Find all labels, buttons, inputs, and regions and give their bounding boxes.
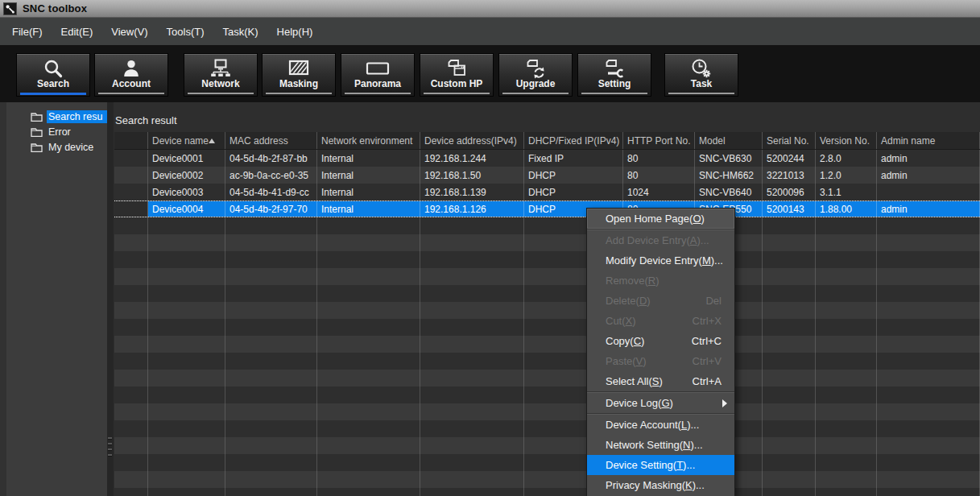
context-menu-item-open-home-page[interactable]: Open Home Page(O) bbox=[587, 209, 734, 229]
table-cell bbox=[225, 386, 317, 403]
table-cell bbox=[317, 454, 420, 471]
table-cell bbox=[114, 184, 148, 200]
context-menu-item-device-setting[interactable]: Device Setting(T)... bbox=[587, 455, 734, 475]
table-filler-row bbox=[114, 336, 980, 353]
table-cell bbox=[420, 234, 524, 251]
column-header-device-name[interactable]: Device name bbox=[148, 132, 225, 149]
context-menu-shortcut: Ctrl+C bbox=[692, 331, 722, 351]
account-button[interactable]: Account bbox=[94, 53, 168, 97]
table-cell bbox=[816, 251, 877, 268]
button-underline bbox=[345, 93, 411, 94]
table-cell bbox=[225, 437, 317, 454]
sidebar-item-error[interactable]: Error bbox=[6, 124, 107, 139]
window-title: SNC toolbox bbox=[23, 2, 87, 14]
table-cell bbox=[816, 488, 877, 496]
table-cell bbox=[225, 251, 317, 268]
table-cell bbox=[877, 285, 980, 302]
column-header-model[interactable]: Model bbox=[695, 132, 763, 149]
table-cell: 1.88.00 bbox=[816, 201, 877, 217]
table-cell bbox=[317, 336, 420, 353]
context-menu-item-copy[interactable]: Copy(C)Ctrl+C bbox=[587, 331, 734, 351]
table-cell bbox=[148, 353, 225, 370]
table-cell bbox=[114, 437, 148, 454]
table-cell bbox=[317, 234, 420, 251]
table-cell bbox=[225, 285, 317, 302]
masking-button[interactable]: Masking bbox=[262, 53, 336, 97]
column-header-serial-no-[interactable]: Serial No. bbox=[763, 132, 816, 149]
context-menu-item-privacy-masking[interactable]: Privacy Masking(K)... bbox=[587, 475, 734, 495]
table-cell: Internal bbox=[317, 184, 420, 200]
splitter-grip-dot bbox=[108, 454, 112, 457]
table-cell bbox=[225, 302, 317, 319]
column-header-device-address-ipv4-[interactable]: Device address(IPv4) bbox=[420, 132, 524, 149]
panorama-button[interactable]: Panorama bbox=[341, 53, 415, 97]
button-underline bbox=[98, 93, 164, 94]
table-cell bbox=[816, 336, 877, 353]
context-menu-item-delete: Delete(D)Del bbox=[587, 291, 734, 311]
search-button[interactable]: Search bbox=[16, 53, 90, 97]
sidebar-item-search-resu[interactable]: Search resu bbox=[6, 109, 107, 124]
column-header-dhcp-fixed-ip-ipv4-[interactable]: DHCP/Fixed IP(IPv4) bbox=[524, 132, 623, 149]
context-menu-item-modify-device-entry[interactable]: Modify Device Entry(M)... bbox=[587, 250, 734, 271]
custom-hp-button[interactable]: Custom HP bbox=[420, 53, 494, 97]
table-row[interactable]: Device000104-5d-4b-2f-87-bbInternal192.1… bbox=[114, 150, 980, 167]
table-cell: 2.8.0 bbox=[816, 150, 877, 167]
context-menu-item-device-account[interactable]: Device Account(L)... bbox=[587, 415, 734, 435]
context-menu-item-device-log[interactable]: Device Log(G) bbox=[587, 393, 734, 413]
menubar-item-view[interactable]: View(V) bbox=[109, 24, 150, 39]
table-cell: SNC-VB630 bbox=[695, 150, 763, 167]
table-cell bbox=[148, 437, 225, 454]
column-header-admin-name[interactable]: Admin name bbox=[877, 132, 980, 149]
setting-button[interactable]: Setting bbox=[577, 53, 651, 97]
table-cell bbox=[763, 471, 816, 488]
upgrade-button[interactable]: Upgrade bbox=[498, 53, 573, 97]
column-header-mac-address[interactable]: MAC address bbox=[225, 132, 317, 149]
column-header-version-no-[interactable]: Version No. bbox=[816, 132, 877, 149]
table-cell: 3.1.1 bbox=[816, 184, 877, 200]
table-filler-row bbox=[114, 319, 980, 336]
table-cell: 3221013 bbox=[763, 167, 816, 184]
table-cell bbox=[420, 386, 524, 403]
table-row[interactable]: Device000304-5d-4b-41-d9-ccInternal192.1… bbox=[114, 184, 980, 200]
table-row[interactable]: Device0002ac-9b-0a-cc-e0-35Internal192.1… bbox=[114, 167, 980, 184]
column-header-row-selector[interactable] bbox=[114, 132, 148, 149]
task-button[interactable]: Task bbox=[664, 53, 738, 97]
menubar-item-edit[interactable]: Edit(E) bbox=[59, 24, 96, 39]
table-cell bbox=[317, 353, 420, 370]
table-row[interactable]: Device000404-5d-4b-2f-97-70Internal192.1… bbox=[114, 200, 980, 217]
table-cell bbox=[114, 251, 148, 268]
menubar-item-file[interactable]: File(F) bbox=[10, 24, 45, 39]
table-cell bbox=[877, 217, 980, 234]
column-header-network-environment[interactable]: Network environment bbox=[317, 132, 420, 149]
column-header-label: DHCP/Fixed IP(IPv4) bbox=[528, 135, 619, 147]
column-header-label: MAC address bbox=[229, 135, 288, 147]
column-header-http-port-no-[interactable]: HTTP Port No. bbox=[623, 132, 695, 149]
menubar-item-tools[interactable]: Tools(T) bbox=[164, 24, 207, 39]
context-menu-item-select-all[interactable]: Select All(S)Ctrl+A bbox=[587, 371, 734, 391]
table-cell bbox=[420, 420, 524, 437]
sidebar-item-my-device[interactable]: My device bbox=[6, 139, 107, 155]
table-cell bbox=[877, 336, 980, 353]
toolbar-button-label: Network bbox=[184, 78, 257, 89]
menubar-item-task[interactable]: Task(K) bbox=[221, 24, 261, 39]
table-cell bbox=[763, 420, 816, 437]
sidebar-splitter-handle[interactable] bbox=[107, 102, 114, 496]
table-cell bbox=[148, 268, 225, 285]
context-menu-item-network-setting[interactable]: Network Setting(N)... bbox=[587, 435, 734, 455]
splitter-grip-dot bbox=[108, 448, 112, 451]
table-cell: SNC-VB640 bbox=[695, 184, 763, 200]
table-cell bbox=[148, 319, 225, 336]
toolbar-button-label: Account bbox=[95, 78, 167, 89]
table-cell bbox=[114, 471, 148, 488]
context-menu-item-paste: Paste(V)Ctrl+V bbox=[587, 351, 734, 371]
active-tab-underline bbox=[20, 93, 86, 95]
table-cell bbox=[420, 319, 524, 336]
table-cell bbox=[877, 437, 980, 454]
table-cell bbox=[114, 420, 148, 437]
table-cell bbox=[114, 488, 148, 496]
splitter-grip-dot bbox=[108, 437, 112, 440]
menubar-item-help[interactable]: Help(H) bbox=[275, 24, 316, 39]
network-button[interactable]: Network bbox=[184, 53, 258, 97]
table-cell bbox=[148, 471, 225, 488]
table-filler-row bbox=[114, 437, 980, 454]
